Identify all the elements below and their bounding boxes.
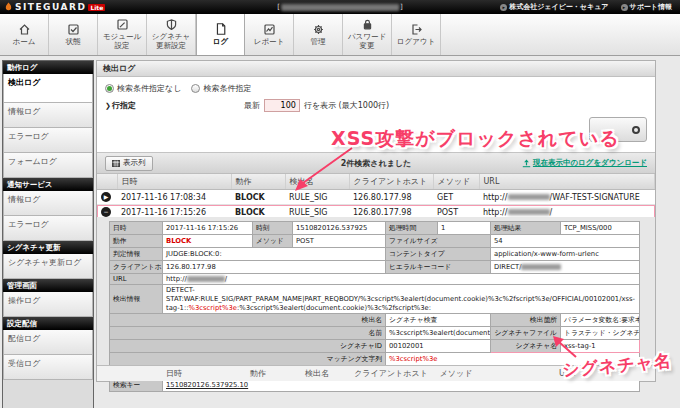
search-icon xyxy=(632,126,640,134)
shield-icon xyxy=(165,18,178,31)
expand-row-icon[interactable]: ▶ xyxy=(101,192,111,202)
sidebar-item-error-log[interactable]: エラーログ xyxy=(3,128,93,153)
bracket-close: ] xyxy=(400,3,403,11)
nav-log[interactable]: ログ xyxy=(196,14,245,55)
top-bar: SITEGUARD Lite [ ] ▸ 株式会社ジェイピー・セキュア ▸ サポ… xyxy=(0,0,680,14)
display-columns-button[interactable]: 表示列 xyxy=(105,156,153,171)
col-method: メソッド xyxy=(433,174,479,190)
detail-name: %3cscript%3ealert(document.cookie)%3 xyxy=(386,327,491,340)
detail-method: POST xyxy=(293,235,386,248)
detect-log-table: 日時 動作 検出名 クライアントホスト メソッド URL ▶ 2017-11-1… xyxy=(97,174,655,220)
report-chart-icon xyxy=(263,23,276,36)
col-action: 動作 xyxy=(231,174,285,190)
nav-home[interactable]: ホーム xyxy=(0,14,49,55)
cell-action: BLOCK xyxy=(231,190,285,205)
detail-judge: JUDGE:BLOCK:0: xyxy=(163,248,386,261)
edit-icon xyxy=(116,18,129,31)
nav-status[interactable]: 状態 xyxy=(49,14,98,55)
sidebar-item-notify-error-log[interactable]: エラーログ xyxy=(3,216,93,241)
sidebar-item-info-log[interactable]: 情報ログ xyxy=(3,103,93,128)
nav-label: ログアウト xyxy=(397,38,435,47)
radio-search-condition[interactable]: 検索条件指定 xyxy=(191,83,251,94)
col-method: メソッド xyxy=(433,366,479,382)
nav-label: 状態 xyxy=(66,38,81,47)
nav-label: ホーム xyxy=(13,38,36,47)
support-link[interactable]: ▸ サポート情報 xyxy=(621,2,673,12)
detail-detect-info: DETECT-STAT:WAF:RULE_SIG/PART_PARAM_NAME… xyxy=(163,285,640,314)
detail-url-label: URL xyxy=(110,274,163,285)
panel-title: 検出ログ xyxy=(97,61,655,77)
detail-action: BLOCK xyxy=(163,235,253,248)
matched-string-highlight: %3cscript%3e xyxy=(189,304,237,312)
nav-signature-update-settings[interactable]: シグネチャ更新設定 xyxy=(147,14,196,55)
sidebar-item-operation-log[interactable]: 操作ログ xyxy=(3,292,93,317)
cell-datetime: 2017-11-16 17:08:34 xyxy=(117,190,231,205)
download-log-label: 現在表示中のログをダウンロード xyxy=(533,158,647,168)
sidebar-section-title: 設定配信 xyxy=(3,317,93,330)
masked-text xyxy=(281,4,399,11)
brand-logo: SITEGUARD Lite xyxy=(0,2,105,13)
nav-label2: 設定 xyxy=(114,41,129,50)
search-key-link[interactable]: 1510820126.537925.10 xyxy=(166,381,248,389)
sidebar-item-delivery-log[interactable]: 配信ログ xyxy=(3,330,93,355)
nav-password-change[interactable]: パスワード変更 xyxy=(343,14,392,55)
col-client-host: クライアントホスト xyxy=(349,366,433,382)
nav-logout[interactable]: ログアウト xyxy=(392,14,441,55)
detail-detect-name: シグネチャ検査 xyxy=(386,314,491,327)
sidebar-item-notify-info-log[interactable]: 情報ログ xyxy=(3,191,93,216)
row-count-input[interactable] xyxy=(264,99,300,112)
expander-column-header xyxy=(97,366,117,382)
nav-label: ログ xyxy=(213,38,228,47)
row-spec-toggle[interactable]: ❯行指定 xyxy=(105,100,136,111)
sidebar-section-title: 管理画面 xyxy=(3,279,93,292)
home-icon xyxy=(18,23,31,36)
download-icon xyxy=(522,159,531,168)
detail-action-label: 動作 xyxy=(110,235,163,248)
link-icon: ▸ xyxy=(500,4,507,11)
log-row-1[interactable]: ▶ 2017-11-16 17:08:34 BLOCK RULE_SIG 126… xyxy=(97,190,655,205)
detail-sig-name-label: シグネチャ名 xyxy=(491,340,561,353)
display-columns-label: 表示列 xyxy=(123,158,146,168)
log-detail-panel: 日時 2017-11-16 17:15:26 時刻 1510820126.537… xyxy=(97,217,655,367)
detail-detect-info-label: 検出情報 xyxy=(110,285,163,314)
radio-no-search-condition[interactable]: 検索条件指定なし xyxy=(105,83,181,94)
detail-url: http:/// xyxy=(163,274,640,285)
detail-proc-time: 1 xyxy=(438,222,491,235)
cell-method: GET xyxy=(433,190,479,205)
company-link[interactable]: ▸ 株式会社ジェイピー・セキュア xyxy=(500,2,608,12)
detail-client-label: クライアントホスト xyxy=(110,261,163,274)
sidebar-item-detect-log[interactable]: 検出ログ xyxy=(3,74,93,103)
sidebar-item-form-log[interactable]: フォームログ xyxy=(3,153,93,178)
detail-datetime: 2017-11-16 17:15:26 xyxy=(163,222,253,235)
cell-detect-name: RULE_SIG xyxy=(285,190,349,205)
detail-time: 1510820126.537925 xyxy=(293,222,386,235)
expander-column-header xyxy=(97,174,117,190)
detail-filesize-label: ファイルサイズ xyxy=(386,235,491,248)
sidebar-item-receive-log[interactable]: 受信ログ xyxy=(3,355,93,380)
detail-proc-result: TCP_MISS/000 xyxy=(561,222,640,235)
sidebar-section-title: シグネチャ更新 xyxy=(3,241,93,254)
detail-filesize: 54 xyxy=(491,235,640,248)
nav-report[interactable]: レポート xyxy=(245,14,294,55)
sidebar-item-signature-update-log[interactable]: シグネチャ更新ログ xyxy=(3,254,93,279)
gear-icon xyxy=(312,23,325,36)
download-log-link[interactable]: 現在表示中のログをダウンロード xyxy=(522,158,647,168)
nav-module-settings[interactable]: モジュール設定 xyxy=(98,14,147,55)
detail-method-label: メソッド xyxy=(253,235,293,248)
collapse-row-icon[interactable]: − xyxy=(101,207,111,217)
nav-management[interactable]: 管理 xyxy=(294,14,343,55)
server-name-masked: [ ] xyxy=(277,3,402,11)
link-icon: ▸ xyxy=(621,4,628,11)
lock-icon xyxy=(361,18,374,31)
detail-location: パラメータ変数名:要求本文 xyxy=(561,314,640,327)
radio-unselected-icon xyxy=(191,84,200,93)
radio-selected-icon xyxy=(105,84,114,93)
detail-content-type-label: コンテントタイプ xyxy=(386,248,491,261)
detail-content-type: application/x-www-form-urlenc xyxy=(491,248,640,261)
sidebar-section-title: 通知サービス xyxy=(3,178,93,191)
detail-hierarchy-label: ヒエラルキーコード xyxy=(386,261,491,274)
cell-url: http:///WAF-TEST-SIGNATURE xyxy=(479,190,655,205)
detect-log-panel: 検出ログ 検索条件指定なし 検索条件指定 ❯行指定 最新 行を表示 (最大100… xyxy=(96,60,656,382)
brand-name: SITEGUARD xyxy=(15,2,86,12)
detail-proc-result-label: 処理結果 xyxy=(491,222,561,235)
